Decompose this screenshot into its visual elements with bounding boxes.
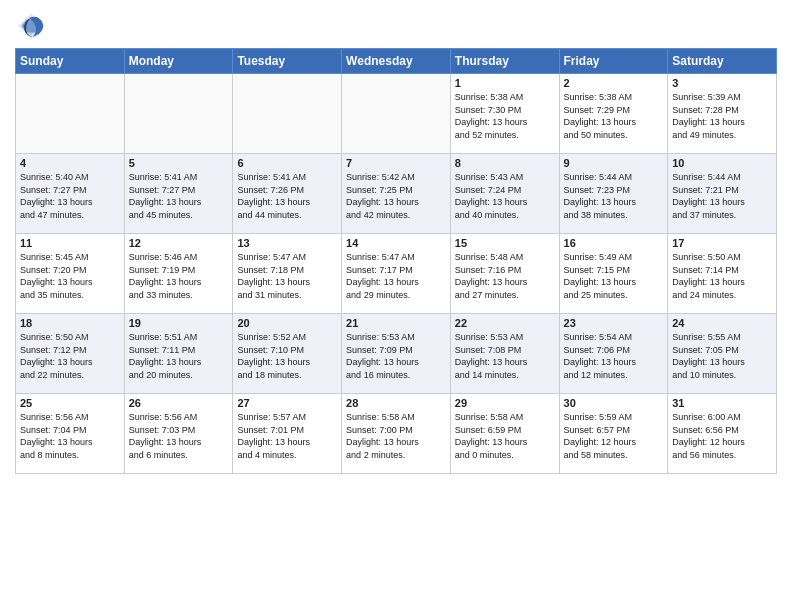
logo	[15, 10, 51, 42]
calendar-cell: 20Sunrise: 5:52 AM Sunset: 7:10 PM Dayli…	[233, 314, 342, 394]
calendar-cell	[16, 74, 125, 154]
day-info: Sunrise: 5:41 AM Sunset: 7:26 PM Dayligh…	[237, 171, 337, 221]
day-number: 12	[129, 237, 229, 249]
day-info: Sunrise: 5:57 AM Sunset: 7:01 PM Dayligh…	[237, 411, 337, 461]
calendar-cell: 28Sunrise: 5:58 AM Sunset: 7:00 PM Dayli…	[342, 394, 451, 474]
day-number: 23	[564, 317, 664, 329]
calendar-cell: 18Sunrise: 5:50 AM Sunset: 7:12 PM Dayli…	[16, 314, 125, 394]
day-info: Sunrise: 5:51 AM Sunset: 7:11 PM Dayligh…	[129, 331, 229, 381]
day-info: Sunrise: 5:49 AM Sunset: 7:15 PM Dayligh…	[564, 251, 664, 301]
day-number: 24	[672, 317, 772, 329]
day-info: Sunrise: 5:45 AM Sunset: 7:20 PM Dayligh…	[20, 251, 120, 301]
day-info: Sunrise: 5:50 AM Sunset: 7:12 PM Dayligh…	[20, 331, 120, 381]
weekday-header-friday: Friday	[559, 49, 668, 74]
day-info: Sunrise: 5:47 AM Sunset: 7:17 PM Dayligh…	[346, 251, 446, 301]
calendar-cell: 21Sunrise: 5:53 AM Sunset: 7:09 PM Dayli…	[342, 314, 451, 394]
day-number: 26	[129, 397, 229, 409]
calendar-week-1: 1Sunrise: 5:38 AM Sunset: 7:30 PM Daylig…	[16, 74, 777, 154]
calendar-cell: 4Sunrise: 5:40 AM Sunset: 7:27 PM Daylig…	[16, 154, 125, 234]
page-container: SundayMondayTuesdayWednesdayThursdayFrid…	[0, 0, 792, 484]
day-number: 3	[672, 77, 772, 89]
day-number: 31	[672, 397, 772, 409]
calendar-cell: 14Sunrise: 5:47 AM Sunset: 7:17 PM Dayli…	[342, 234, 451, 314]
day-info: Sunrise: 5:56 AM Sunset: 7:03 PM Dayligh…	[129, 411, 229, 461]
day-info: Sunrise: 5:58 AM Sunset: 7:00 PM Dayligh…	[346, 411, 446, 461]
calendar-cell: 15Sunrise: 5:48 AM Sunset: 7:16 PM Dayli…	[450, 234, 559, 314]
day-info: Sunrise: 5:42 AM Sunset: 7:25 PM Dayligh…	[346, 171, 446, 221]
day-number: 7	[346, 157, 446, 169]
calendar-cell: 27Sunrise: 5:57 AM Sunset: 7:01 PM Dayli…	[233, 394, 342, 474]
weekday-header-wednesday: Wednesday	[342, 49, 451, 74]
calendar-cell: 2Sunrise: 5:38 AM Sunset: 7:29 PM Daylig…	[559, 74, 668, 154]
day-info: Sunrise: 5:38 AM Sunset: 7:29 PM Dayligh…	[564, 91, 664, 141]
day-info: Sunrise: 5:56 AM Sunset: 7:04 PM Dayligh…	[20, 411, 120, 461]
day-number: 9	[564, 157, 664, 169]
day-number: 2	[564, 77, 664, 89]
calendar-cell: 16Sunrise: 5:49 AM Sunset: 7:15 PM Dayli…	[559, 234, 668, 314]
calendar-week-3: 11Sunrise: 5:45 AM Sunset: 7:20 PM Dayli…	[16, 234, 777, 314]
calendar-cell: 5Sunrise: 5:41 AM Sunset: 7:27 PM Daylig…	[124, 154, 233, 234]
day-info: Sunrise: 5:46 AM Sunset: 7:19 PM Dayligh…	[129, 251, 229, 301]
calendar-cell: 25Sunrise: 5:56 AM Sunset: 7:04 PM Dayli…	[16, 394, 125, 474]
calendar-cell: 26Sunrise: 5:56 AM Sunset: 7:03 PM Dayli…	[124, 394, 233, 474]
weekday-header-monday: Monday	[124, 49, 233, 74]
weekday-header-saturday: Saturday	[668, 49, 777, 74]
day-number: 11	[20, 237, 120, 249]
day-number: 18	[20, 317, 120, 329]
weekday-header-sunday: Sunday	[16, 49, 125, 74]
weekday-header-thursday: Thursday	[450, 49, 559, 74]
day-number: 6	[237, 157, 337, 169]
calendar-cell: 17Sunrise: 5:50 AM Sunset: 7:14 PM Dayli…	[668, 234, 777, 314]
calendar-cell: 13Sunrise: 5:47 AM Sunset: 7:18 PM Dayli…	[233, 234, 342, 314]
day-info: Sunrise: 5:59 AM Sunset: 6:57 PM Dayligh…	[564, 411, 664, 461]
day-number: 5	[129, 157, 229, 169]
day-number: 27	[237, 397, 337, 409]
day-number: 25	[20, 397, 120, 409]
day-number: 28	[346, 397, 446, 409]
calendar-week-4: 18Sunrise: 5:50 AM Sunset: 7:12 PM Dayli…	[16, 314, 777, 394]
calendar-cell	[342, 74, 451, 154]
calendar-cell: 1Sunrise: 5:38 AM Sunset: 7:30 PM Daylig…	[450, 74, 559, 154]
calendar-cell: 22Sunrise: 5:53 AM Sunset: 7:08 PM Dayli…	[450, 314, 559, 394]
day-info: Sunrise: 5:53 AM Sunset: 7:08 PM Dayligh…	[455, 331, 555, 381]
day-number: 29	[455, 397, 555, 409]
day-number: 13	[237, 237, 337, 249]
calendar-cell	[233, 74, 342, 154]
calendar-cell: 10Sunrise: 5:44 AM Sunset: 7:21 PM Dayli…	[668, 154, 777, 234]
calendar-cell: 8Sunrise: 5:43 AM Sunset: 7:24 PM Daylig…	[450, 154, 559, 234]
day-info: Sunrise: 5:54 AM Sunset: 7:06 PM Dayligh…	[564, 331, 664, 381]
day-number: 22	[455, 317, 555, 329]
calendar-cell: 30Sunrise: 5:59 AM Sunset: 6:57 PM Dayli…	[559, 394, 668, 474]
calendar-cell: 29Sunrise: 5:58 AM Sunset: 6:59 PM Dayli…	[450, 394, 559, 474]
calendar-cell: 9Sunrise: 5:44 AM Sunset: 7:23 PM Daylig…	[559, 154, 668, 234]
logo-icon	[15, 10, 47, 42]
header	[15, 10, 777, 42]
day-number: 17	[672, 237, 772, 249]
day-number: 21	[346, 317, 446, 329]
calendar-cell	[124, 74, 233, 154]
day-info: Sunrise: 5:55 AM Sunset: 7:05 PM Dayligh…	[672, 331, 772, 381]
calendar-cell: 31Sunrise: 6:00 AM Sunset: 6:56 PM Dayli…	[668, 394, 777, 474]
day-info: Sunrise: 6:00 AM Sunset: 6:56 PM Dayligh…	[672, 411, 772, 461]
calendar-cell: 7Sunrise: 5:42 AM Sunset: 7:25 PM Daylig…	[342, 154, 451, 234]
calendar-cell: 24Sunrise: 5:55 AM Sunset: 7:05 PM Dayli…	[668, 314, 777, 394]
calendar-cell: 3Sunrise: 5:39 AM Sunset: 7:28 PM Daylig…	[668, 74, 777, 154]
day-info: Sunrise: 5:41 AM Sunset: 7:27 PM Dayligh…	[129, 171, 229, 221]
calendar-cell: 6Sunrise: 5:41 AM Sunset: 7:26 PM Daylig…	[233, 154, 342, 234]
day-info: Sunrise: 5:47 AM Sunset: 7:18 PM Dayligh…	[237, 251, 337, 301]
calendar-cell: 12Sunrise: 5:46 AM Sunset: 7:19 PM Dayli…	[124, 234, 233, 314]
weekday-header-row: SundayMondayTuesdayWednesdayThursdayFrid…	[16, 49, 777, 74]
day-info: Sunrise: 5:40 AM Sunset: 7:27 PM Dayligh…	[20, 171, 120, 221]
calendar-cell: 23Sunrise: 5:54 AM Sunset: 7:06 PM Dayli…	[559, 314, 668, 394]
day-number: 14	[346, 237, 446, 249]
day-info: Sunrise: 5:43 AM Sunset: 7:24 PM Dayligh…	[455, 171, 555, 221]
day-number: 19	[129, 317, 229, 329]
day-info: Sunrise: 5:38 AM Sunset: 7:30 PM Dayligh…	[455, 91, 555, 141]
calendar-table: SundayMondayTuesdayWednesdayThursdayFrid…	[15, 48, 777, 474]
day-info: Sunrise: 5:52 AM Sunset: 7:10 PM Dayligh…	[237, 331, 337, 381]
day-info: Sunrise: 5:44 AM Sunset: 7:23 PM Dayligh…	[564, 171, 664, 221]
day-info: Sunrise: 5:53 AM Sunset: 7:09 PM Dayligh…	[346, 331, 446, 381]
day-number: 30	[564, 397, 664, 409]
day-info: Sunrise: 5:44 AM Sunset: 7:21 PM Dayligh…	[672, 171, 772, 221]
day-number: 4	[20, 157, 120, 169]
